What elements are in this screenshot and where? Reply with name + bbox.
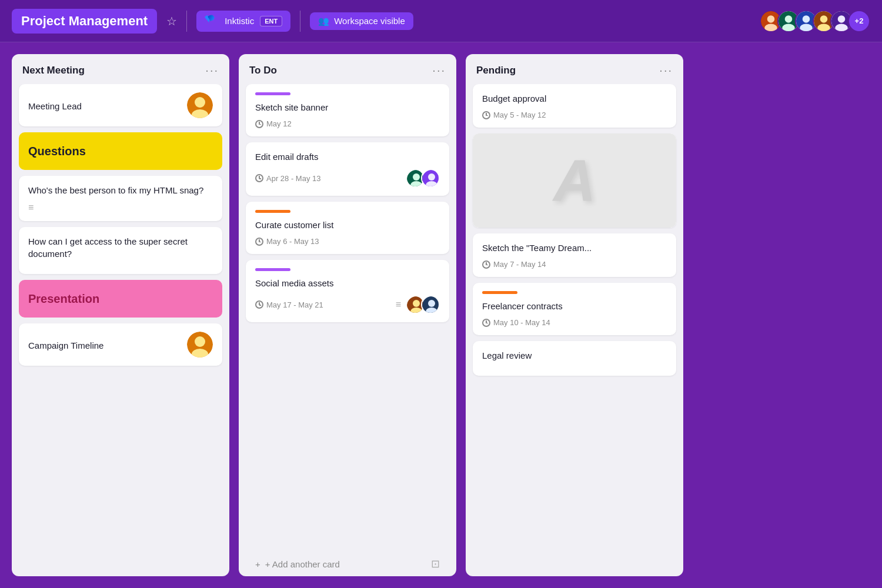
clock-icon-email <box>255 174 263 182</box>
card-edit-email-drafts[interactable]: Edit email drafts Apr 28 - May 13 <box>246 142 449 196</box>
card-html-snag[interactable]: Who's the best person to fix my HTML sna… <box>19 176 222 221</box>
workspace-name: Inktistic <box>225 16 254 26</box>
card-social-title: Social media assets <box>255 277 440 289</box>
column-next-meeting: Next Meeting ··· Meeting Lead Questions <box>12 54 229 576</box>
column-next-meeting-menu[interactable]: ··· <box>205 64 219 77</box>
card-budget-approval[interactable]: Budget approval May 5 - May 12 <box>473 84 676 128</box>
card-sketch-date-text: May 12 <box>266 119 292 128</box>
card-sketch-teamy-title: Sketch the "Teamy Dream... <box>482 242 667 254</box>
card-sketch-teamy-dream[interactable]: Sketch the "Teamy Dream... May 7 - May 1… <box>473 233 676 277</box>
card-freelancer-contracts[interactable]: Freelancer contracts May 10 - May 14 <box>473 283 676 335</box>
board: Next Meeting ··· Meeting Lead Questions <box>0 42 882 588</box>
divider-1 <box>186 11 187 32</box>
add-card-icon: + <box>255 559 260 569</box>
project-title[interactable]: Project Management <box>12 9 157 34</box>
svg-point-1 <box>767 15 775 23</box>
ent-badge: ENT <box>260 16 282 26</box>
card-freelancer-date-text: May 10 - May 14 <box>493 318 550 327</box>
column-next-meeting-cards: Meeting Lead Questions Who's the best pe… <box>12 84 229 576</box>
card-legal-title: Legal review <box>482 349 667 362</box>
card-secret-doc-title: How can I get access to the super secret… <box>28 235 213 260</box>
card-social-avatars <box>406 295 440 314</box>
card-edit-email-date-text: Apr 28 - May 13 <box>266 174 321 183</box>
svg-point-19 <box>195 336 205 347</box>
card-campaign-timeline[interactable]: Campaign Timeline <box>19 323 222 366</box>
svg-point-28 <box>413 300 420 307</box>
workspace-visible-label: Workspace visible <box>334 16 405 26</box>
svg-point-11 <box>817 24 830 32</box>
svg-point-8 <box>800 24 812 32</box>
column-pending-menu[interactable]: ··· <box>659 64 673 77</box>
card-meeting-lead-avatar <box>187 92 213 118</box>
card-campaign-timeline-title: Campaign Timeline <box>28 339 103 352</box>
card-legal-review[interactable]: Legal review <box>473 341 676 376</box>
card-social-date-text: May 17 - May 21 <box>266 300 323 309</box>
card-sketch-date: May 12 <box>255 119 292 128</box>
card-meeting-lead[interactable]: Meeting Lead <box>19 84 222 126</box>
card-budget-title: Budget approval <box>482 92 667 105</box>
add-card-icon-2: ⊡ <box>431 557 440 570</box>
card-presentation[interactable]: Presentation <box>19 280 222 318</box>
card-social-media-assets[interactable]: Social media assets May 17 - May 21 ≡ <box>246 260 449 322</box>
card-presentation-title: Presentation <box>28 292 99 305</box>
column-pending: Pending ··· Budget approval May 5 - May … <box>466 54 683 576</box>
card-freelancer-meta: May 10 - May 14 <box>482 318 667 327</box>
divider-2 <box>300 11 300 32</box>
card-sketch-teamy-meta: May 7 - May 14 <box>482 260 667 269</box>
workspace-selector[interactable]: Inktistic ENT <box>196 11 290 32</box>
column-next-meeting-header: Next Meeting ··· <box>12 54 229 84</box>
column-pending-cards: Budget approval May 5 - May 12 A Sketch … <box>466 84 683 576</box>
svg-point-16 <box>195 97 205 108</box>
bar-sketch <box>255 92 290 95</box>
card-budget-meta: May 5 - May 12 <box>482 111 667 119</box>
card-questions-title: Questions <box>28 145 86 158</box>
people-icon: 👥 <box>318 16 329 26</box>
card-sketch-teamy-date: May 7 - May 14 <box>482 260 546 269</box>
bar-curate <box>255 210 290 213</box>
star-icon[interactable]: ☆ <box>166 14 177 28</box>
clock-icon-budget <box>482 111 490 119</box>
card-edit-email-date: Apr 28 - May 13 <box>255 174 321 183</box>
clock-icon-curate <box>255 238 263 246</box>
header: Project Management ☆ Inktistic ENT 👥 Wor… <box>0 0 882 42</box>
svg-point-5 <box>782 24 794 32</box>
card-sketch-site-banner[interactable]: Sketch site banner May 12 <box>246 84 449 136</box>
avatar-extra[interactable]: +2 <box>848 10 870 32</box>
card-sketch-site-banner-title: Sketch site banner <box>255 101 440 113</box>
card-sketch-teamy-date-text: May 7 - May 14 <box>493 260 546 269</box>
card-questions[interactable]: Questions <box>19 132 222 170</box>
lines-icon: ≡ <box>28 202 34 212</box>
column-to-do-cards: Sketch site banner May 12 Edit email dra… <box>239 84 456 552</box>
atlassian-logo-icon <box>205 14 219 28</box>
card-campaign-avatar <box>187 332 213 358</box>
card-freelancer-date: May 10 - May 14 <box>482 318 550 327</box>
add-card-button[interactable]: + + Add another card ⊡ <box>246 552 449 576</box>
clock-icon-teamy <box>482 260 490 269</box>
svg-point-22 <box>413 173 420 181</box>
card-sketch-meta: May 12 <box>255 119 440 128</box>
svg-point-31 <box>428 300 435 307</box>
card-image-container: A <box>473 133 676 228</box>
svg-point-4 <box>785 15 793 23</box>
card-image-a[interactable]: A <box>473 133 676 228</box>
card-edit-email-title: Edit email drafts <box>255 151 440 163</box>
card-curate-date: May 6 - May 13 <box>255 237 319 246</box>
letter-a-display: A <box>553 147 596 215</box>
column-to-do-menu[interactable]: ··· <box>432 64 446 77</box>
header-avatars: +2 <box>764 10 870 32</box>
card-edit-email-avatar-2 <box>421 169 440 188</box>
card-curate-date-text: May 6 - May 13 <box>266 237 319 246</box>
card-edit-email-avatars <box>406 169 440 188</box>
column-next-meeting-title: Next Meeting <box>22 65 85 76</box>
bar-social <box>255 268 290 271</box>
workspace-visibility[interactable]: 👥 Workspace visible <box>310 12 413 30</box>
svg-point-13 <box>838 15 846 23</box>
card-html-snag-title: Who's the best person to fix my HTML sna… <box>28 184 213 196</box>
card-secret-doc[interactable]: How can I get access to the super secret… <box>19 227 222 274</box>
card-freelancer-title: Freelancer contracts <box>482 300 667 312</box>
card-budget-date-text: May 5 - May 12 <box>493 111 546 119</box>
svg-point-10 <box>820 15 828 23</box>
svg-point-2 <box>764 24 777 32</box>
card-budget-date: May 5 - May 12 <box>482 111 546 119</box>
card-curate-customer-list[interactable]: Curate customer list May 6 - May 13 <box>246 202 449 254</box>
